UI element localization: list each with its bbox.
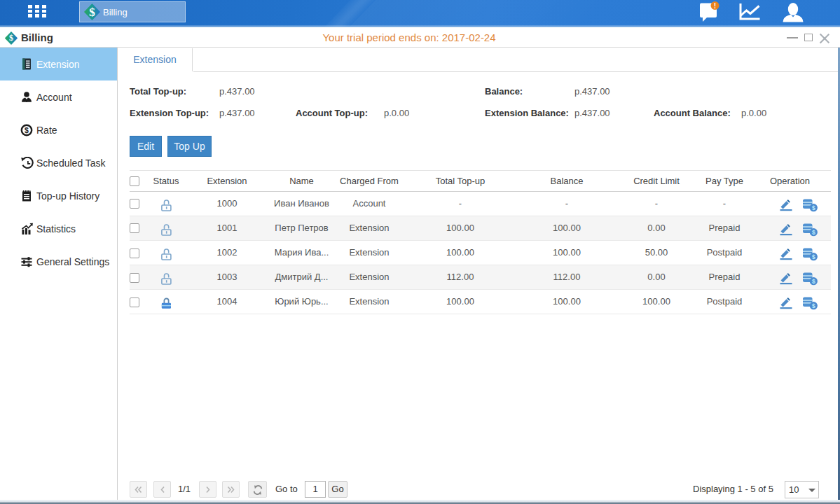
svg-text:$: $ <box>89 6 95 19</box>
svg-text:!: ! <box>714 2 716 10</box>
svg-text:$: $ <box>812 302 815 309</box>
svg-text:$: $ <box>812 204 815 211</box>
svg-text:$: $ <box>812 229 815 236</box>
svg-text:$: $ <box>812 253 815 260</box>
svg-text:$: $ <box>812 278 815 285</box>
svg-text:$: $ <box>25 126 29 134</box>
